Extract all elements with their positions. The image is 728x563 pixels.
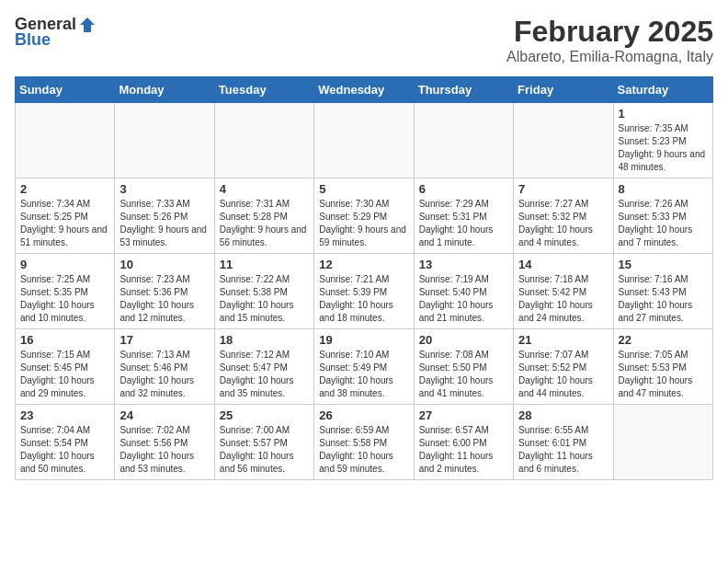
calendar-cell: 26Sunrise: 6:59 AM Sunset: 5:58 PM Dayli… bbox=[314, 405, 414, 480]
day-info: Sunrise: 7:04 AM Sunset: 5:54 PM Dayligh… bbox=[20, 424, 109, 476]
calendar-cell: 10Sunrise: 7:23 AM Sunset: 5:36 PM Dayli… bbox=[115, 254, 214, 329]
day-number: 5 bbox=[319, 182, 408, 196]
calendar-cell: 9Sunrise: 7:25 AM Sunset: 5:35 PM Daylig… bbox=[16, 254, 115, 329]
day-number: 23 bbox=[20, 408, 109, 422]
calendar-cell bbox=[214, 103, 313, 178]
day-number: 18 bbox=[220, 333, 309, 347]
calendar-week-2: 9Sunrise: 7:25 AM Sunset: 5:35 PM Daylig… bbox=[16, 254, 713, 329]
day-info: Sunrise: 7:12 AM Sunset: 5:47 PM Dayligh… bbox=[220, 349, 309, 400]
month-year-title: February 2025 bbox=[506, 15, 713, 49]
day-info: Sunrise: 7:13 AM Sunset: 5:46 PM Dayligh… bbox=[119, 349, 209, 400]
day-info: Sunrise: 7:08 AM Sunset: 5:50 PM Dayligh… bbox=[419, 349, 508, 400]
calendar-cell: 1Sunrise: 7:35 AM Sunset: 5:23 PM Daylig… bbox=[613, 103, 712, 178]
calendar-cell: 28Sunrise: 6:55 AM Sunset: 6:01 PM Dayli… bbox=[514, 405, 613, 480]
day-info: Sunrise: 7:31 AM Sunset: 5:28 PM Dayligh… bbox=[220, 198, 309, 249]
location-subtitle: Albareto, Emilia-Romagna, Italy bbox=[506, 49, 713, 65]
day-info: Sunrise: 7:07 AM Sunset: 5:52 PM Dayligh… bbox=[518, 349, 608, 400]
day-info: Sunrise: 6:57 AM Sunset: 6:00 PM Dayligh… bbox=[419, 424, 508, 476]
svg-marker-0 bbox=[80, 17, 95, 32]
calendar-cell: 24Sunrise: 7:02 AM Sunset: 5:56 PM Dayli… bbox=[115, 405, 214, 480]
calendar-cell: 17Sunrise: 7:13 AM Sunset: 5:46 PM Dayli… bbox=[115, 329, 214, 405]
day-number: 24 bbox=[119, 408, 209, 422]
day-number: 8 bbox=[619, 182, 708, 196]
calendar-cell bbox=[115, 103, 214, 178]
day-info: Sunrise: 7:02 AM Sunset: 5:56 PM Dayligh… bbox=[119, 424, 209, 476]
day-number: 4 bbox=[220, 182, 309, 196]
day-info: Sunrise: 7:16 AM Sunset: 5:43 PM Dayligh… bbox=[619, 273, 708, 325]
day-number: 1 bbox=[619, 107, 708, 121]
day-number: 2 bbox=[20, 182, 109, 196]
weekday-header-monday: Monday bbox=[115, 77, 214, 103]
day-info: Sunrise: 7:30 AM Sunset: 5:29 PM Dayligh… bbox=[319, 198, 408, 249]
day-number: 15 bbox=[619, 258, 708, 271]
day-number: 19 bbox=[319, 333, 408, 347]
day-info: Sunrise: 7:29 AM Sunset: 5:31 PM Dayligh… bbox=[419, 198, 508, 249]
day-info: Sunrise: 6:55 AM Sunset: 6:01 PM Dayligh… bbox=[518, 424, 608, 476]
logo-blue-text: Blue bbox=[15, 30, 51, 50]
calendar-cell: 6Sunrise: 7:29 AM Sunset: 5:31 PM Daylig… bbox=[414, 178, 513, 254]
calendar-cell: 23Sunrise: 7:04 AM Sunset: 5:54 PM Dayli… bbox=[16, 405, 115, 480]
calendar-cell: 20Sunrise: 7:08 AM Sunset: 5:50 PM Dayli… bbox=[414, 329, 513, 405]
calendar-week-0: 1Sunrise: 7:35 AM Sunset: 5:23 PM Daylig… bbox=[16, 103, 713, 178]
day-number: 10 bbox=[119, 258, 209, 271]
day-number: 25 bbox=[220, 408, 309, 422]
day-number: 14 bbox=[518, 258, 608, 271]
header: General Blue February 2025 Albareto, Emi… bbox=[15, 15, 713, 65]
day-info: Sunrise: 7:27 AM Sunset: 5:32 PM Dayligh… bbox=[518, 198, 608, 249]
calendar-cell: 18Sunrise: 7:12 AM Sunset: 5:47 PM Dayli… bbox=[214, 329, 313, 405]
calendar-week-4: 23Sunrise: 7:04 AM Sunset: 5:54 PM Dayli… bbox=[16, 405, 713, 480]
day-info: Sunrise: 7:21 AM Sunset: 5:39 PM Dayligh… bbox=[319, 273, 408, 325]
day-info: Sunrise: 7:00 AM Sunset: 5:57 PM Dayligh… bbox=[220, 424, 309, 476]
weekday-header-wednesday: Wednesday bbox=[314, 77, 414, 103]
day-number: 27 bbox=[419, 408, 508, 422]
day-number: 9 bbox=[20, 258, 109, 271]
day-number: 6 bbox=[419, 182, 508, 196]
calendar-cell: 7Sunrise: 7:27 AM Sunset: 5:32 PM Daylig… bbox=[514, 178, 613, 254]
calendar-cell bbox=[414, 103, 513, 178]
calendar-cell bbox=[314, 103, 414, 178]
calendar-cell: 22Sunrise: 7:05 AM Sunset: 5:53 PM Dayli… bbox=[613, 329, 712, 405]
day-info: Sunrise: 7:22 AM Sunset: 5:38 PM Dayligh… bbox=[220, 273, 309, 325]
day-number: 21 bbox=[518, 333, 608, 347]
weekday-header-friday: Friday bbox=[514, 77, 613, 103]
calendar-cell: 16Sunrise: 7:15 AM Sunset: 5:45 PM Dayli… bbox=[16, 329, 115, 405]
day-number: 26 bbox=[319, 408, 408, 422]
weekday-header-tuesday: Tuesday bbox=[214, 77, 313, 103]
calendar-cell: 4Sunrise: 7:31 AM Sunset: 5:28 PM Daylig… bbox=[214, 178, 313, 254]
day-info: Sunrise: 7:23 AM Sunset: 5:36 PM Dayligh… bbox=[119, 273, 209, 325]
calendar-cell: 14Sunrise: 7:18 AM Sunset: 5:42 PM Dayli… bbox=[514, 254, 613, 329]
day-number: 11 bbox=[220, 258, 309, 271]
day-info: Sunrise: 7:25 AM Sunset: 5:35 PM Dayligh… bbox=[20, 273, 109, 325]
day-number: 22 bbox=[619, 333, 708, 347]
day-number: 20 bbox=[419, 333, 508, 347]
calendar-cell: 27Sunrise: 6:57 AM Sunset: 6:00 PM Dayli… bbox=[414, 405, 513, 480]
day-info: Sunrise: 6:59 AM Sunset: 5:58 PM Dayligh… bbox=[319, 424, 408, 476]
calendar-cell bbox=[16, 103, 115, 178]
day-info: Sunrise: 7:33 AM Sunset: 5:26 PM Dayligh… bbox=[119, 198, 209, 249]
calendar-cell: 21Sunrise: 7:07 AM Sunset: 5:52 PM Dayli… bbox=[514, 329, 613, 405]
calendar-cell: 13Sunrise: 7:19 AM Sunset: 5:40 PM Dayli… bbox=[414, 254, 513, 329]
day-info: Sunrise: 7:10 AM Sunset: 5:49 PM Dayligh… bbox=[319, 349, 408, 400]
calendar-cell: 12Sunrise: 7:21 AM Sunset: 5:39 PM Dayli… bbox=[314, 254, 414, 329]
calendar-cell: 2Sunrise: 7:34 AM Sunset: 5:25 PM Daylig… bbox=[16, 178, 115, 254]
day-number: 13 bbox=[419, 258, 508, 271]
day-number: 28 bbox=[518, 408, 608, 422]
day-info: Sunrise: 7:34 AM Sunset: 5:25 PM Dayligh… bbox=[20, 198, 109, 249]
day-number: 16 bbox=[20, 333, 109, 347]
day-info: Sunrise: 7:26 AM Sunset: 5:33 PM Dayligh… bbox=[619, 198, 708, 249]
calendar-header-row: SundayMondayTuesdayWednesdayThursdayFrid… bbox=[16, 77, 713, 103]
calendar-cell: 5Sunrise: 7:30 AM Sunset: 5:29 PM Daylig… bbox=[314, 178, 414, 254]
calendar-cell: 25Sunrise: 7:00 AM Sunset: 5:57 PM Dayli… bbox=[214, 405, 313, 480]
weekday-header-saturday: Saturday bbox=[613, 77, 712, 103]
calendar-cell: 19Sunrise: 7:10 AM Sunset: 5:49 PM Dayli… bbox=[314, 329, 414, 405]
day-info: Sunrise: 7:15 AM Sunset: 5:45 PM Dayligh… bbox=[20, 349, 109, 400]
calendar-cell: 11Sunrise: 7:22 AM Sunset: 5:38 PM Dayli… bbox=[214, 254, 313, 329]
day-number: 7 bbox=[518, 182, 608, 196]
weekday-header-sunday: Sunday bbox=[16, 77, 115, 103]
logo: General Blue bbox=[15, 15, 97, 50]
day-info: Sunrise: 7:18 AM Sunset: 5:42 PM Dayligh… bbox=[518, 273, 608, 325]
calendar-cell bbox=[514, 103, 613, 178]
calendar-cell: 3Sunrise: 7:33 AM Sunset: 5:26 PM Daylig… bbox=[115, 178, 214, 254]
day-number: 17 bbox=[119, 333, 209, 347]
day-info: Sunrise: 7:19 AM Sunset: 5:40 PM Dayligh… bbox=[419, 273, 508, 325]
